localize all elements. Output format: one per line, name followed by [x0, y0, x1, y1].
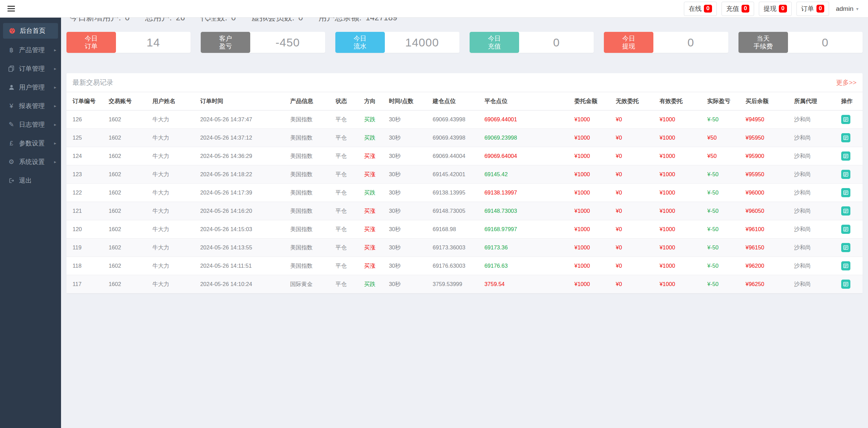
cell-open-price: 69069.43998 — [433, 110, 485, 129]
order-detail-button[interactable] — [841, 225, 850, 234]
cell-status: 平仓 — [336, 257, 364, 275]
cell-direction: 买涨 — [364, 165, 389, 184]
cell-product: 美国指数 — [290, 202, 336, 220]
cell-valid: ¥1000 — [659, 110, 707, 129]
stat-card-label: 今日 订单 — [66, 32, 116, 53]
cell-user-name: 牛大力 — [153, 220, 200, 239]
cell-invalid: ¥0 — [616, 165, 659, 184]
cell-balance: ¥96050 — [746, 202, 794, 220]
cell-invalid: ¥0 — [616, 257, 659, 275]
col-valid: 有效委托 — [659, 92, 707, 110]
cell-agent: 沙和尚 — [794, 110, 841, 129]
cell-order-time: 2024-05-26 14:13:55 — [200, 239, 290, 257]
order-detail-button[interactable] — [841, 115, 850, 124]
cell-order-id: 119 — [66, 239, 108, 257]
sidebar-item-logs[interactable]: ✎ 日志管理 ▸ — [0, 115, 61, 134]
cell-invalid: ¥0 — [616, 184, 659, 202]
header-counter-button[interactable]: 订单 0 — [796, 2, 829, 16]
cell-duration: 30秒 — [389, 147, 433, 165]
cell-profit: ¥-50 — [707, 165, 746, 184]
count-badge: 0 — [816, 5, 824, 13]
stat-card-value: 0 — [519, 32, 594, 53]
order-detail-button[interactable] — [841, 206, 850, 216]
cell-agent: 沙和尚 — [794, 129, 841, 147]
cell-product: 美国指数 — [290, 129, 336, 147]
cell-order-id: 120 — [66, 220, 108, 239]
cell-agent: 沙和尚 — [794, 147, 841, 165]
cell-product: 美国指数 — [290, 239, 336, 257]
sidebar-item-users[interactable]: 用户管理 ▸ — [0, 78, 61, 97]
cell-invalid: ¥0 — [616, 202, 659, 220]
cell-order-time: 2024-05-26 14:11:51 — [200, 257, 290, 275]
header-counter-button[interactable]: 充值 0 — [722, 2, 754, 16]
cell-direction: 买涨 — [364, 202, 389, 220]
cell-status: 平仓 — [336, 220, 364, 239]
list-icon — [843, 190, 848, 195]
stat-card-value: 14000 — [385, 32, 459, 53]
cell-order-id: 121 — [66, 202, 108, 220]
cell-valid: ¥1000 — [659, 129, 707, 147]
counter-label: 在线 — [689, 4, 702, 13]
cell-profit: ¥50 — [707, 147, 746, 165]
cell-account: 1602 — [108, 239, 152, 257]
cell-product: 美国指数 — [290, 165, 336, 184]
cell-user-name: 牛大力 — [153, 275, 200, 293]
cell-direction: 买涨 — [364, 220, 389, 239]
cell-duration: 30秒 — [389, 257, 433, 275]
cell-agent: 沙和尚 — [794, 275, 841, 293]
order-detail-button[interactable] — [841, 280, 850, 289]
cell-amount: ¥1000 — [574, 129, 616, 147]
cell-account: 1602 — [108, 220, 152, 239]
cell-open-price: 69069.44004 — [433, 147, 485, 165]
table-row: 125 1602 牛大力 2024-05-26 14:37:12 美国指数 平仓… — [66, 129, 863, 147]
chevron-right-icon: ▸ — [54, 159, 56, 164]
sidebar-item-home[interactable]: 后台首页 — [3, 23, 58, 39]
order-detail-button[interactable] — [841, 133, 850, 142]
stat-card: 今日 订单 14 — [66, 32, 191, 53]
order-detail-button[interactable] — [841, 188, 850, 197]
cell-amount: ¥1000 — [574, 165, 616, 184]
cell-product: 美国指数 — [290, 220, 336, 239]
chevron-right-icon: ▸ — [54, 47, 56, 53]
order-detail-button[interactable] — [841, 243, 850, 252]
cell-direction: 买涨 — [364, 147, 389, 165]
cell-product: 国际黄金 — [290, 275, 336, 293]
col-amount: 委托金额 — [574, 92, 616, 110]
order-detail-button[interactable] — [841, 261, 850, 270]
yen-icon: ¥ — [7, 102, 16, 110]
sidebar-item-system[interactable]: ⚙ 系统设置 ▸ — [0, 152, 61, 171]
sidebar-item-products[interactable]: ฿ 产品管理 ▸ — [0, 41, 61, 59]
cell-status: 平仓 — [336, 147, 364, 165]
cell-order-time: 2024-05-26 14:17:39 — [200, 184, 290, 202]
cell-account: 1602 — [108, 110, 152, 129]
menu-toggle-button[interactable] — [7, 6, 15, 12]
order-detail-button[interactable] — [841, 170, 850, 179]
chevron-right-icon: ▸ — [54, 66, 56, 71]
col-profit: 实际盈亏 — [707, 92, 746, 110]
sidebar-item-logout[interactable]: 退出 — [0, 171, 61, 190]
cell-invalid: ¥0 — [616, 129, 659, 147]
more-link[interactable]: 更多>> — [836, 78, 856, 87]
cell-status: 平仓 — [336, 202, 364, 220]
cell-direction: 买跌 — [364, 129, 389, 147]
cell-product: 美国指数 — [290, 184, 336, 202]
sidebar-item-reports[interactable]: ¥ 报表管理 ▸ — [0, 97, 61, 115]
header-counter-button[interactable]: 在线 0 — [684, 2, 716, 16]
caret-down-icon: ▾ — [856, 6, 859, 12]
cell-direction: 买涨 — [364, 239, 389, 257]
sidebar-item-orders[interactable]: 订单管理 ▸ — [0, 59, 61, 78]
cell-order-id: 118 — [66, 257, 108, 275]
cell-balance: ¥96100 — [746, 220, 794, 239]
list-icon — [843, 154, 848, 159]
header-counter-button[interactable]: 提现 0 — [759, 2, 791, 16]
cell-order-time: 2024-05-26 14:18:22 — [200, 165, 290, 184]
cell-close-price: 69069.23998 — [485, 129, 574, 147]
cell-status: 平仓 — [336, 275, 364, 293]
stat-card-label: 今日 提现 — [604, 32, 653, 53]
admin-user-menu[interactable]: admin ▾ — [834, 5, 861, 13]
order-detail-button[interactable] — [841, 151, 850, 161]
cell-valid: ¥1000 — [659, 220, 707, 239]
chevron-right-icon: ▸ — [54, 85, 56, 90]
sidebar-item-params[interactable]: £ 参数设置 ▸ — [0, 134, 61, 152]
col-direction: 方向 — [364, 92, 389, 110]
